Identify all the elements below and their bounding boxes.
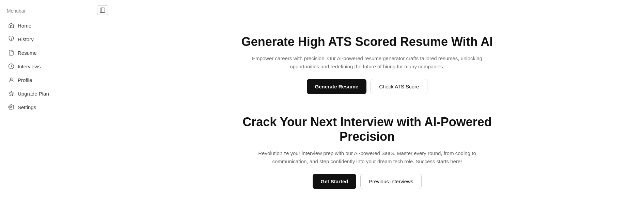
resume-btn-group: Generate Resume Check ATS Score	[307, 79, 428, 94]
profile-icon	[8, 77, 14, 83]
resume-icon	[8, 50, 14, 56]
upgrade-icon	[8, 90, 14, 97]
sidebar: Menubar Home History	[0, 0, 90, 203]
history-icon	[8, 36, 14, 42]
sidebar-item-history[interactable]: History	[4, 33, 86, 46]
resume-section-subtitle: Empower careers with precision. Our AI-p…	[248, 54, 486, 71]
sidebar-item-resume-label: Resume	[18, 50, 37, 56]
sidebar-item-home-label: Home	[18, 23, 31, 29]
sidebar-item-resume[interactable]: Resume	[4, 46, 86, 59]
content-area: Generate High ATS Scored Resume With AI …	[90, 20, 644, 203]
interview-section: Crack Your Next Interview with AI-Powere…	[214, 115, 520, 189]
svg-point-1	[10, 78, 12, 80]
home-icon	[8, 22, 14, 29]
settings-icon	[8, 104, 14, 110]
topbar	[90, 0, 644, 20]
sidebar-item-profile-label: Profile	[18, 77, 32, 83]
sidebar-item-settings[interactable]: Settings	[4, 101, 86, 114]
check-ats-score-button[interactable]: Check ATS Score	[371, 79, 427, 94]
interview-section-title: Crack Your Next Interview with AI-Powere…	[214, 115, 520, 144]
sidebar-item-home[interactable]: Home	[4, 19, 86, 32]
sidebar-toggle-icon	[99, 7, 106, 13]
sidebar-item-interviews[interactable]: Interviews	[4, 60, 86, 73]
sidebar-item-interviews-label: Interviews	[18, 64, 41, 69]
previous-interviews-button[interactable]: Previous Interviews	[360, 174, 422, 189]
interview-section-subtitle: Revolutionize your interview prep with o…	[248, 149, 486, 166]
sidebar-item-history-label: History	[18, 36, 34, 42]
resume-section-title: Generate High ATS Scored Resume With AI	[241, 34, 493, 49]
interviews-icon	[8, 63, 14, 69]
get-started-button[interactable]: Get Started	[313, 174, 357, 189]
sidebar-item-settings-label: Settings	[18, 104, 36, 110]
svg-point-2	[11, 106, 12, 108]
sidebar-item-profile[interactable]: Profile	[4, 73, 86, 86]
svg-rect-3	[100, 8, 105, 13]
sidebar-item-upgrade-plan[interactable]: Upgrade Plan	[4, 87, 86, 100]
resume-section: Generate High ATS Scored Resume With AI …	[241, 34, 493, 94]
sidebar-item-upgrade-label: Upgrade Plan	[18, 91, 49, 97]
main-content: Generate High ATS Scored Resume With AI …	[90, 0, 644, 203]
sidebar-toggle-button[interactable]	[97, 5, 108, 15]
generate-resume-button[interactable]: Generate Resume	[307, 79, 367, 94]
sidebar-nav: Home History Resume	[0, 19, 90, 114]
sidebar-header: Menubar	[0, 5, 90, 19]
interview-btn-group: Get Started Previous Interviews	[313, 174, 422, 189]
